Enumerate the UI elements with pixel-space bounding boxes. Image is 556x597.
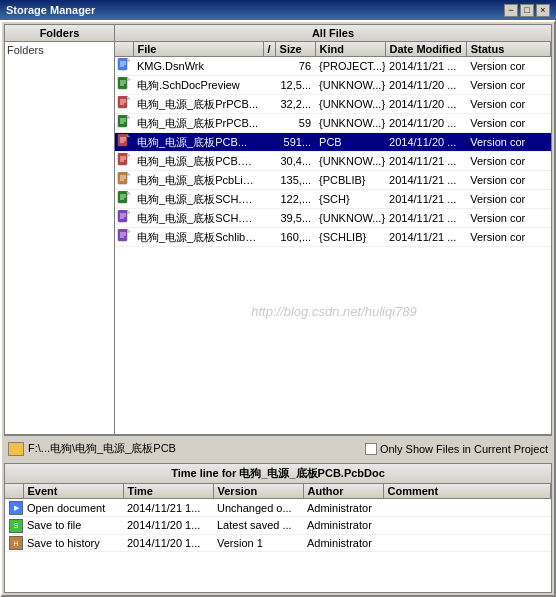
tl-col-event[interactable]: Event (23, 484, 123, 499)
tl-col-author[interactable]: Author (303, 484, 383, 499)
col-header-size[interactable]: Size (275, 42, 315, 57)
window-title: Storage Manager (6, 4, 95, 16)
event-icon-cell: ▶ (5, 499, 23, 517)
file-size: 135,... (275, 171, 315, 190)
filter-checkbox-container[interactable]: Only Show Files in Current Project (365, 443, 548, 455)
minimize-button[interactable]: − (504, 4, 518, 17)
file-date: 2014/11/21 ... (385, 152, 466, 171)
col-header-date[interactable]: Date Modified (385, 42, 466, 57)
folders-panel: Folders Folders (5, 25, 115, 434)
file-kind: {PROJECT...} (315, 57, 385, 76)
file-status: Version cor (466, 57, 550, 76)
file-kind: {UNKNOW...} (315, 152, 385, 171)
file-name: 电狗_电源_底板PrPCB... (133, 114, 263, 133)
file-slash (263, 114, 275, 133)
table-row[interactable]: 电狗_电源_底板PrPCB... 59 {UNKNOW...} 2014/11/… (115, 114, 551, 133)
table-row[interactable]: 电狗_电源_底板Schlib1... 160,... {SCHLIB} 2014… (115, 228, 551, 247)
file-icon-cell (115, 209, 133, 228)
file-slash (263, 190, 275, 209)
file-name: 电狗_电源_底板SCH.Sc... (133, 190, 263, 209)
timeline-row[interactable]: H Save to history 2014/11/20 1... Versio… (5, 534, 551, 552)
event-name: Save to file (23, 517, 123, 535)
event-time: 2014/11/21 1... (123, 499, 213, 517)
table-row[interactable]: 电狗_电源_底板PrPCB... 32,2... {UNKNOW...} 201… (115, 95, 551, 114)
filter-checkbox[interactable] (365, 443, 377, 455)
maximize-button[interactable]: □ (520, 4, 534, 17)
file-date: 2014/11/20 ... (385, 76, 466, 95)
files-table[interactable]: File / Size Kind Date Modified Status KM… (115, 42, 551, 434)
file-slash (263, 209, 275, 228)
file-status: Version cor (466, 76, 550, 95)
file-date: 2014/11/20 ... (385, 133, 466, 152)
file-name: 电狗.SchDocPreview (133, 76, 263, 95)
timeline-row[interactable]: ▶ Open document 2014/11/21 1... Unchange… (5, 499, 551, 517)
svg-marker-26 (127, 153, 130, 156)
file-size: 76 (275, 57, 315, 76)
tl-col-time[interactable]: Time (123, 484, 213, 499)
event-version: Latest saved ... (213, 517, 303, 535)
files-panel: All Files File / Size Kind Date Modified (115, 25, 551, 434)
current-path: F:\...电狗\电狗_电源_底板PCB (28, 441, 361, 456)
file-date: 2014/11/21 ... (385, 190, 466, 209)
main-container: Folders Folders All Files File / (0, 20, 556, 597)
file-kind: PCB (315, 133, 385, 152)
file-slash (263, 57, 275, 76)
timeline-row[interactable]: S Save to file 2014/11/20 1... Latest sa… (5, 517, 551, 535)
file-status: Version cor (466, 152, 550, 171)
file-slash (263, 95, 275, 114)
file-kind: {UNKNOW...} (315, 209, 385, 228)
file-slash (263, 171, 275, 190)
event-author: Administrator (303, 517, 383, 535)
folders-root-label[interactable]: Folders (7, 44, 44, 56)
table-row[interactable]: KMG.DsnWrk 76 {PROJECT...} 2014/11/21 ..… (115, 57, 551, 76)
file-size: 122,... (275, 190, 315, 209)
table-row[interactable]: 电狗_电源_底板PCB.Pc... 30,4... {UNKNOW...} 20… (115, 152, 551, 171)
file-name: 电狗_电源_底板PcbLib1... (133, 171, 263, 190)
file-size: 591... (275, 133, 315, 152)
table-row[interactable]: 电狗.SchDocPreview 12,5... {UNKNOW...} 201… (115, 76, 551, 95)
file-status: Version cor (466, 190, 550, 209)
folders-header: Folders (5, 25, 114, 42)
timeline-header: Time line for 电狗_电源_底板PCB.PcbDoc (5, 464, 551, 484)
event-version: Unchanged o... (213, 499, 303, 517)
tl-col-version[interactable]: Version (213, 484, 303, 499)
file-slash (263, 76, 275, 95)
table-row[interactable]: 电狗_电源_底板PCB... 591... PCB 2014/11/20 ...… (115, 133, 551, 152)
svg-marker-6 (127, 77, 130, 80)
file-name: 电狗_电源_底板PCB... (133, 133, 263, 152)
svg-marker-11 (127, 96, 130, 99)
file-name: KMG.DsnWrk (133, 57, 263, 76)
table-row[interactable]: 电狗_电源_底板PcbLib1... 135,... {PCBLIB} 2014… (115, 171, 551, 190)
file-icon-cell (115, 76, 133, 95)
table-row[interactable]: 电狗_电源_底板SCH.Sc... 122,... {SCH} 2014/11/… (115, 190, 551, 209)
col-header-file[interactable]: File (133, 42, 263, 57)
file-status: Version cor (466, 171, 550, 190)
col-header-status[interactable]: Status (466, 42, 550, 57)
col-header-kind[interactable]: Kind (315, 42, 385, 57)
event-time: 2014/11/20 1... (123, 534, 213, 552)
file-size: 160,... (275, 228, 315, 247)
svg-marker-21 (127, 134, 130, 137)
file-size: 32,2... (275, 95, 315, 114)
tl-col-comment[interactable]: Comment (383, 484, 551, 499)
file-icon-cell (115, 228, 133, 247)
upper-section: Folders Folders All Files File / (4, 24, 552, 435)
file-slash (263, 228, 275, 247)
timeline-table[interactable]: Event Time Version Author Comment ▶ Open… (5, 484, 551, 592)
file-name: 电狗_电源_底板SCH.Sc... (133, 209, 263, 228)
svg-marker-1 (127, 58, 130, 61)
file-icon-cell (115, 171, 133, 190)
tl-col-icon (5, 484, 23, 499)
svg-marker-36 (127, 191, 130, 194)
file-icon-cell (115, 114, 133, 133)
event-version: Version 1 (213, 534, 303, 552)
file-date: 2014/11/21 ... (385, 57, 466, 76)
event-comment (383, 499, 551, 517)
file-name: 电狗_电源_底板PrPCB... (133, 95, 263, 114)
table-row[interactable]: 电狗_电源_底板SCH.Sc... 39,5... {UNKNOW...} 20… (115, 209, 551, 228)
file-name: 电狗_电源_底板PCB.Pc... (133, 152, 263, 171)
file-size: 39,5... (275, 209, 315, 228)
close-button[interactable]: × (536, 4, 550, 17)
event-name: Open document (23, 499, 123, 517)
file-icon-cell (115, 95, 133, 114)
